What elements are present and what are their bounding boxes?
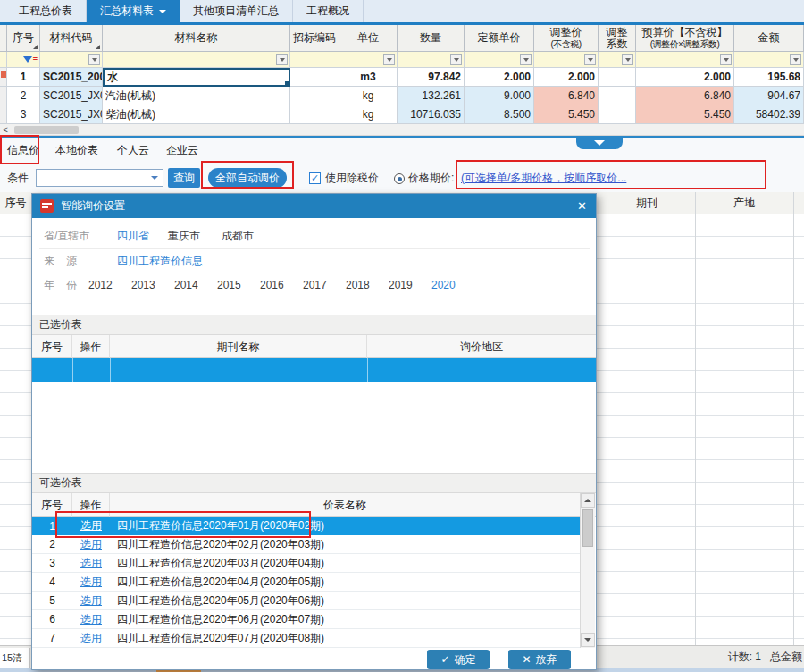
year-option[interactable]: 2012 bbox=[88, 273, 113, 298]
tab-project-total-price[interactable]: 工程总价表 bbox=[5, 0, 87, 22]
cell-no[interactable]: 1 bbox=[7, 68, 40, 87]
cell-unit[interactable]: kg bbox=[339, 87, 398, 105]
cell-qty[interactable]: 97.842 bbox=[398, 68, 465, 87]
filter-dropdown-button[interactable] bbox=[720, 54, 732, 65]
list-item[interactable]: 6 选用 四川工程造价信息2020年06月(2020年07期) bbox=[32, 610, 580, 629]
cell-unit[interactable]: m3 bbox=[339, 68, 398, 87]
province-option-chongqing[interactable]: 重庆市 bbox=[168, 224, 200, 248]
filter-dropdown-button[interactable] bbox=[622, 54, 633, 65]
year-option[interactable]: 2017 bbox=[303, 273, 327, 298]
tab-summary-materials[interactable]: 汇总材料表 bbox=[87, 0, 180, 22]
filter-dropdown-button[interactable] bbox=[450, 54, 462, 65]
select-use-link[interactable]: 选用 bbox=[80, 575, 102, 588]
condition-select[interactable] bbox=[36, 169, 163, 187]
cell-amount[interactable]: 58402.39 bbox=[734, 105, 804, 124]
list-item[interactable]: 5 选用 四川工程造价信息2020年05月(2020年06期) bbox=[32, 592, 580, 610]
province-option-sichuan[interactable]: 四川省 bbox=[117, 224, 149, 248]
cell-adj-coef[interactable] bbox=[599, 105, 636, 124]
col-header-adjusted-price[interactable]: 调整价(不含税) bbox=[534, 25, 599, 52]
col-header-quota-price[interactable]: 定额单价 bbox=[465, 25, 534, 52]
filter-dropdown-button[interactable] bbox=[584, 54, 596, 65]
cell-name[interactable]: 柴油(机械) bbox=[103, 105, 290, 124]
cell-budget-price[interactable]: 5.450 bbox=[636, 105, 734, 124]
vertical-scrollbar[interactable] bbox=[580, 493, 595, 648]
table-row[interactable]: 3 SC2015_JX00 柴油(机械) kg 10716.035 8.500 … bbox=[0, 105, 804, 124]
filter-cell-bid-code[interactable] bbox=[290, 52, 339, 68]
cell-adj-price[interactable]: 6.840 bbox=[534, 87, 599, 105]
filter-dropdown-button[interactable] bbox=[276, 54, 288, 65]
filter-cell-adj[interactable] bbox=[534, 52, 599, 68]
use-tax-free-label[interactable]: 使用除税价 bbox=[325, 164, 379, 192]
cell-quota-price[interactable]: 8.500 bbox=[465, 105, 534, 124]
cell-no[interactable]: 2 bbox=[7, 87, 40, 105]
cell-no[interactable]: 3 bbox=[7, 105, 40, 124]
cell-code[interactable]: SC2015_JX00 bbox=[40, 105, 103, 124]
scroll-down-button[interactable] bbox=[581, 633, 595, 647]
col-header-adjust-coef[interactable]: 调整系数 bbox=[599, 25, 636, 52]
table-row[interactable]: 2 SC2015_JX00 汽油(机械) kg 132.261 9.000 6.… bbox=[0, 87, 804, 105]
close-icon[interactable]: ✕ bbox=[577, 194, 587, 218]
filter-cell-amount[interactable] bbox=[734, 52, 804, 68]
cell-code[interactable]: SC2015_200 bbox=[40, 68, 103, 87]
cell-amount[interactable]: 195.68 bbox=[734, 68, 804, 87]
col-header-unit[interactable]: 单位 bbox=[339, 25, 398, 52]
col-header-code[interactable]: 材料代码 bbox=[40, 25, 103, 52]
price-period-radio[interactable] bbox=[394, 173, 405, 184]
list-item[interactable]: 4 选用 四川工程造价信息2020年04月(2020年05期) bbox=[32, 573, 580, 592]
col-header-budget-price[interactable]: 预算价【不含税】(调整价×调整系数) bbox=[636, 25, 734, 52]
cell-budget-price[interactable]: 2.000 bbox=[636, 68, 734, 87]
year-option[interactable]: 2015 bbox=[217, 273, 241, 298]
col-header-bid-code[interactable]: 招标编码 bbox=[290, 25, 339, 52]
year-option[interactable]: 2014 bbox=[174, 273, 198, 298]
cell-adj-coef[interactable] bbox=[599, 68, 636, 87]
col-header-name[interactable]: 材料名称 bbox=[103, 25, 290, 52]
tab-other-items-summary[interactable]: 其他项目清单汇总 bbox=[180, 0, 293, 22]
filter-cell-quota[interactable] bbox=[465, 52, 534, 68]
filter-dropdown-button[interactable] bbox=[790, 54, 801, 65]
cell-qty[interactable]: 132.261 bbox=[398, 87, 465, 105]
dialog-title-bar[interactable]: 智能询价设置 ✕ bbox=[32, 194, 596, 218]
list-item[interactable]: 3 选用 四川工程造价信息2020年03月(2020年04期) bbox=[32, 554, 580, 573]
scroll-up-button[interactable] bbox=[581, 493, 595, 508]
cell-qty[interactable]: 10716.035 bbox=[398, 105, 465, 124]
cell-adj-price[interactable]: 2.000 bbox=[534, 68, 599, 87]
cell-amount[interactable]: 904.67 bbox=[734, 87, 804, 105]
use-tax-free-checkbox[interactable]: ✓ bbox=[309, 172, 321, 184]
filter-cell-qty[interactable] bbox=[398, 52, 465, 68]
tab-personal-cloud[interactable]: 个人云 bbox=[117, 138, 149, 164]
list-item[interactable]: 2 选用 四川工程造价信息2020年02月(2020年03期) bbox=[32, 535, 580, 554]
list-item[interactable]: 7 选用 四川工程造价信息2020年07月(2020年08期) bbox=[32, 629, 580, 648]
cell-unit[interactable]: kg bbox=[339, 105, 398, 124]
horizontal-scrollbar[interactable]: < bbox=[0, 124, 804, 136]
cell-adj-coef[interactable] bbox=[599, 87, 636, 105]
confirm-button[interactable]: ✓确定 bbox=[427, 650, 490, 669]
cell-bid-code[interactable] bbox=[290, 68, 339, 87]
scrollbar-thumb[interactable] bbox=[582, 509, 593, 547]
cell-quota-price[interactable]: 9.000 bbox=[465, 87, 534, 105]
cell-budget-price[interactable]: 6.840 bbox=[636, 87, 734, 105]
select-use-link[interactable]: 选用 bbox=[80, 613, 102, 626]
select-use-link[interactable]: 选用 bbox=[80, 557, 102, 569]
source-option[interactable]: 四川工程造价信息 bbox=[117, 249, 203, 273]
cell-code[interactable]: SC2015_JX00 bbox=[40, 87, 103, 105]
selected-empty-row[interactable] bbox=[32, 358, 596, 382]
year-option[interactable]: 2016 bbox=[260, 273, 284, 298]
filter-cell-unit[interactable] bbox=[339, 52, 398, 68]
select-use-link[interactable]: 选用 bbox=[80, 594, 102, 607]
cell-bid-code[interactable] bbox=[290, 87, 339, 105]
tab-local-price-list[interactable]: 本地价表 bbox=[55, 138, 98, 164]
col-header-no[interactable]: 序号 bbox=[7, 25, 40, 52]
year-option[interactable]: 2019 bbox=[389, 273, 413, 298]
collapse-panel-button[interactable] bbox=[576, 137, 623, 149]
cell-quota-price[interactable]: 2.000 bbox=[465, 68, 534, 87]
table-row[interactable]: 1 SC2015_200 水 m3 97.842 2.000 2.000 2.0… bbox=[0, 68, 804, 87]
filter-cell-code[interactable] bbox=[40, 52, 103, 68]
col-header-qty[interactable]: 数量 bbox=[398, 25, 465, 52]
filter-dropdown-button[interactable] bbox=[88, 54, 100, 65]
select-use-link[interactable]: 选用 bbox=[80, 538, 102, 550]
cell-name[interactable]: 汽油(机械) bbox=[103, 87, 290, 105]
panel-splitter[interactable] bbox=[0, 136, 804, 138]
filter-dropdown-button[interactable] bbox=[520, 54, 532, 65]
col-header-amount[interactable]: 金额 bbox=[734, 25, 804, 52]
cell-name-selected[interactable]: 水 bbox=[103, 68, 290, 87]
